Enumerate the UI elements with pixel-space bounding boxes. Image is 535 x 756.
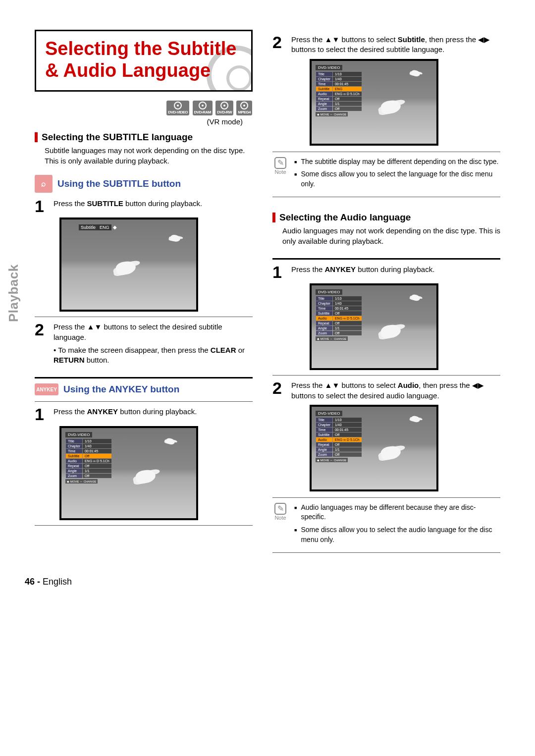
step-text: Press the SUBTITLE button during playbac… — [54, 199, 253, 214]
sub-title: Using the SUBTITLE button — [57, 178, 181, 189]
osd-overlay: DVD-VIDEOTitle1/10Chapter1/40Time00:01:4… — [316, 65, 362, 116]
screenshot-audio-osd: DVD-VIDEOTitle1/10Chapter1/40Time00:01:4… — [310, 283, 438, 370]
step-number: 2 — [35, 322, 49, 365]
osd-overlay: DVD-VIDEOTitle1/10Chapter1/40Time00:01:4… — [316, 411, 362, 462]
bird-graphic — [165, 437, 175, 445]
step-number: 1 — [35, 199, 49, 214]
osd-overlay: DVD-VIDEOTitle1/10Chapter1/40Time00:01:4… — [316, 289, 362, 341]
vr-mode-label: (VR mode) — [25, 117, 243, 126]
bird-graphic — [380, 99, 402, 115]
note-item: Some discs allow you to select the audio… — [294, 525, 500, 544]
osd-overlay: DVD-VIDEOTitle1/10Chapter1/40Time00:01:4… — [65, 432, 112, 484]
step: 1 Press the SUBTITLE button during playb… — [35, 199, 253, 214]
divider — [272, 375, 500, 376]
bird-graphic — [411, 415, 421, 423]
section-intro: Audio languages may not work depending o… — [282, 226, 500, 246]
step: 2 Press the ▲▼ buttons to select the des… — [35, 322, 253, 365]
note-block: ✎ Note The subtitle display may be diffe… — [272, 152, 500, 198]
sub-title: Using the ANYKEY button — [63, 384, 179, 395]
pencil-icon: ✎ — [274, 503, 286, 515]
bird-graphic — [115, 260, 137, 276]
step-text: Press the ANYKEY button during playback. — [291, 265, 500, 280]
step-text: Press the ANYKEY button during playback. — [54, 407, 253, 422]
note-block: ✎ Note Audio languages may be different … — [272, 497, 500, 553]
bird-graphic — [380, 445, 402, 461]
divider — [35, 401, 253, 402]
step-number: 2 — [272, 380, 286, 401]
bird-graphic — [170, 234, 181, 242]
note-item: The subtitle display may be different de… — [294, 157, 500, 167]
note-icon: ✎ Note — [272, 503, 288, 547]
step: 2 Press the ▲▼ buttons to select Audio, … — [272, 380, 500, 401]
note-item: Audio languages may be different because… — [294, 503, 500, 522]
subtitle-button-icon: ⌕ — [35, 175, 53, 193]
step: 1 Press the ANYKEY button during playbac… — [35, 407, 253, 422]
step-text: Press the ▲▼ buttons to select Audio, th… — [291, 380, 500, 401]
pencil-icon: ✎ — [274, 157, 286, 169]
divider-thick — [35, 377, 253, 378]
disc-icon: DVD-RW — [215, 101, 233, 115]
page-columns: Selecting the Subtitle & Audio Language … — [25, 30, 500, 557]
step-number: 1 — [35, 407, 49, 422]
note-item: Some discs allow you to select the langu… — [294, 169, 500, 189]
red-bar-icon — [272, 213, 275, 222]
step-text: Press the ▲▼ buttons to select the desir… — [54, 322, 253, 365]
bird-graphic — [411, 294, 421, 302]
sub-heading: ANYKEY Using the ANYKEY button — [35, 383, 253, 395]
note-list: Audio languages may be different because… — [294, 503, 500, 547]
disc-icon: MPEG4 — [236, 101, 252, 115]
bird-graphic — [411, 69, 421, 77]
screenshot-subtitle-osd: DVD-VIDEOTitle1/10Chapter1/40Time00:01:4… — [310, 59, 438, 146]
red-bar-icon — [35, 132, 38, 142]
disc-icon-row: DVD-VIDEO DVD-RAM DVD-RW MPEG4 — [35, 101, 253, 115]
screenshot-audio-osd-2: DVD-VIDEOTitle1/10Chapter1/40Time00:01:4… — [310, 405, 438, 491]
section-heading: Selecting the SUBTITLE language — [35, 132, 253, 143]
step-number: 1 — [272, 265, 286, 280]
note-icon: ✎ Note — [272, 157, 288, 192]
step-number: 2 — [272, 35, 286, 55]
left-column: Selecting the Subtitle & Audio Language … — [25, 30, 253, 557]
screenshot-anykey-osd: DVD-VIDEOTitle1/10Chapter1/40Time00:01:4… — [59, 426, 198, 520]
step-text: Press the ▲▼ buttons to select Subtitle,… — [291, 35, 500, 55]
subtitle-osd-strip: SubtitleENG◆ — [79, 224, 118, 230]
bird-graphic — [135, 469, 157, 485]
section-intro: Subtitle languages may not work dependin… — [45, 146, 253, 166]
divider — [35, 525, 253, 526]
section-title: Selecting the SUBTITLE language — [42, 132, 193, 143]
title-box: Selecting the Subtitle & Audio Language — [35, 30, 253, 92]
bird-graphic — [380, 324, 402, 340]
note-list: The subtitle display may be different de… — [294, 157, 500, 192]
section-tab: Playback — [6, 264, 21, 322]
step: 1 Press the ANYKEY button during playbac… — [272, 265, 500, 280]
disc-icon: DVD-RAM — [193, 101, 213, 115]
step: 2 Press the ▲▼ buttons to select Subtitl… — [272, 35, 500, 55]
page-title: Selecting the Subtitle & Audio Language — [45, 38, 242, 81]
disc-icon: DVD-VIDEO — [166, 101, 189, 115]
sub-heading: ⌕ Using the SUBTITLE button — [35, 175, 253, 193]
section-heading: Selecting the Audio language — [272, 212, 500, 223]
page-footer: 46 - English — [25, 577, 500, 587]
right-column: 2 Press the ▲▼ buttons to select Subtitl… — [272, 30, 500, 557]
divider-thick — [272, 258, 500, 260]
anykey-button-icon: ANYKEY — [35, 383, 58, 395]
screenshot-subtitle: SubtitleENG◆ — [59, 217, 198, 312]
divider — [35, 317, 253, 317]
section-title: Selecting the Audio language — [279, 212, 411, 223]
